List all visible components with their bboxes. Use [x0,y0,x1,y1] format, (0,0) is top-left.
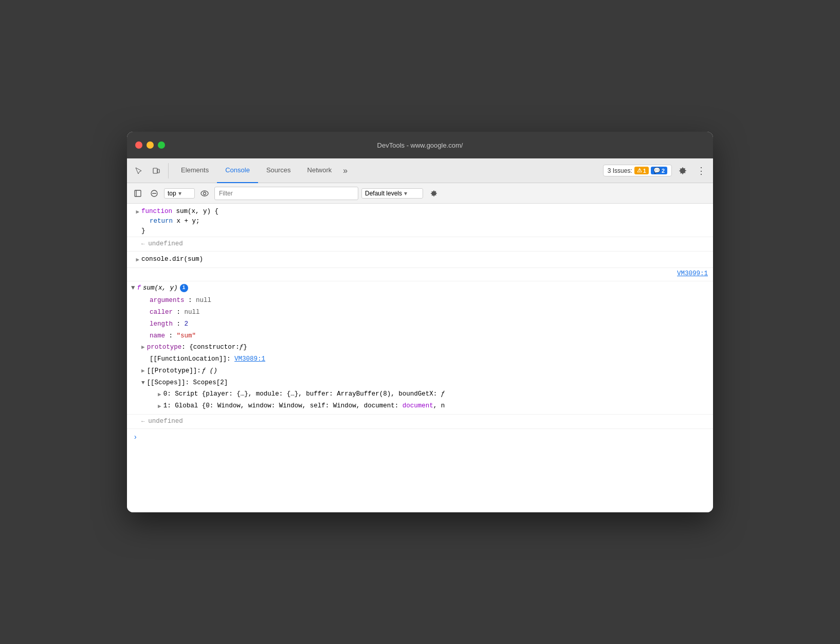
function-header: ▼ f sum(x, y) i [127,281,713,295]
secondary-toolbar: top ▾ Default levels ▾ [127,183,713,204]
expand-prototype[interactable]: ▶ [141,343,145,352]
key-scopes: [[Scopes]]: Scopes[2] [147,378,228,388]
info-badge: 💬 2 [651,167,667,174]
tab-elements[interactable]: Elements [173,158,217,183]
key-length: length [150,320,173,328]
tab-console[interactable]: Console [217,158,258,183]
code-line-3: } [141,226,709,236]
tabs: Elements Console Sources Network » [173,158,603,183]
more-options-button[interactable]: ⋮ [693,163,709,178]
console-area: ▶ function sum(x, y) { return x + y; } ←… [127,204,713,512]
scope-1: ▶ 1: Global {0: Window, window: Window, … [127,400,713,414]
prop-prototype: ▶ prototype : {constructor: ƒ } [127,342,713,353]
val-caller: null [185,309,200,316]
titlebar: DevTools - www.google.com/ [127,132,713,158]
code-line-2: return x + y; [141,217,709,226]
device-toolbar-button[interactable] [149,163,164,178]
func-italic-f: f [137,283,141,293]
main-toolbar: Elements Console Sources Network » 3 Iss… [127,158,713,183]
svg-point-7 [204,192,206,194]
code-line-1: function sum(x, y) { [141,207,709,217]
expand-chevron-2[interactable]: ▶ [136,256,139,264]
prop-length: length : 2 [127,318,713,330]
key-name: name [150,332,165,339]
scope-0: ▶ 0: Script {player: {…}, module: {…}, b… [127,388,713,400]
console-input-dir: ▶ console.dir(sum) [127,252,713,268]
svg-rect-0 [153,168,157,173]
info-icon[interactable]: i [180,284,188,292]
inspect-element-button[interactable] [131,163,147,178]
settings-button[interactable] [675,163,690,178]
svg-rect-2 [135,190,141,196]
prop-funclocation: [[FunctionLocation]]: VM3089:1 [127,353,713,365]
val-name: "sum" [177,332,196,339]
vm-link-row: VM3099:1 [127,268,713,281]
prop-prototype2: ▶ [[Prototype]]: ƒ () [127,365,713,377]
prop-arguments: arguments : null [127,295,713,307]
filter-input[interactable] [214,187,358,200]
prop-name: name : "sum" [127,330,713,342]
undefined-value-2: undefined [148,418,183,425]
issues-badge[interactable]: 3 Issues: ⚠ 1 💬 2 [603,165,672,176]
console-settings-button[interactable] [426,186,442,201]
undefined-value: undefined [148,240,183,247]
expand-chevron[interactable]: ▶ [136,208,139,217]
keyword-return: return [150,218,173,225]
func-name-italic: sum(x, y) [143,283,178,293]
toolbar-icons [131,163,169,178]
val-length: 2 [185,320,189,328]
warn-badge: ⚠ 1 [634,167,649,174]
clear-console-button[interactable] [148,187,161,200]
vm-link-1[interactable]: VM3099:1 [677,270,708,277]
close-button[interactable] [135,141,142,149]
minimize-button[interactable] [147,141,154,149]
code-text: x + y; [177,218,200,225]
tab-network[interactable]: Network [299,158,340,183]
key-prototype: prototype [147,343,182,352]
chevron-down-icon: ▾ [178,190,181,197]
output-undefined-2: ← undefined [127,415,713,429]
eye-icon-button[interactable] [198,187,211,200]
tab-sources[interactable]: Sources [258,158,299,183]
val-arguments: null [196,297,211,304]
window-title: DevTools - www.google.com/ [377,141,463,149]
devtools-window: DevTools - www.google.com/ Elements Cons [127,132,713,512]
svg-rect-1 [157,169,159,173]
expand-proto[interactable]: ▶ [141,367,145,375]
key-proto: [[Prototype]]: [147,366,201,376]
key-caller: caller [150,309,173,316]
val-proto: ƒ () [202,366,217,376]
chevron-down-icon: ▾ [404,190,407,197]
console-input-function: ▶ function sum(x, y) { return x + y; } [127,204,713,237]
scope-1-text: 1: Global {0: Window, window: Window, se… [163,401,445,411]
keyword-function: function [141,208,172,215]
svg-point-6 [201,191,208,196]
key-arguments: arguments [150,297,185,304]
code-text: sum(x, y) { [176,208,219,215]
output-undefined-1: ← undefined [127,237,713,252]
scope-0-text: 0: Script {player: {…}, module: {…}, buf… [163,389,445,399]
traffic-lights [135,141,165,149]
input-content: function sum(x, y) { return x + y; } [141,207,709,236]
toolbar-right: 3 Issues: ⚠ 1 💬 2 ⋮ [603,163,709,178]
context-selector[interactable]: top ▾ [164,188,195,199]
function-dir-output: ▼ f sum(x, y) i arguments : null caller … [127,281,713,415]
expand-scope-0[interactable]: ▶ [158,390,161,399]
input-gutter-2: ▶ [127,255,141,264]
dir-content: console.dir(sum) [141,255,709,264]
dir-code: console.dir(sum) [141,256,203,263]
prop-scopes: ▼ [[Scopes]]: Scopes[2] [127,377,713,389]
more-tabs-button[interactable]: » [340,166,351,175]
expand-scope-1[interactable]: ▶ [158,402,161,411]
maximize-button[interactable] [158,141,165,149]
val-constructor: ƒ [240,343,244,352]
vm-link-2[interactable]: VM3089:1 [234,355,265,363]
collapse-chevron[interactable]: ▼ [131,283,135,293]
collapse-scopes[interactable]: ▼ [141,379,145,387]
prop-caller: caller : null [127,307,713,318]
funclocation-key: [[FunctionLocation]]: [150,355,234,363]
show-console-sidebar-button[interactable] [131,187,144,200]
console-prompt[interactable]: › [127,429,713,446]
input-gutter: ▶ [127,207,141,217]
log-levels-selector[interactable]: Default levels ▾ [361,188,423,199]
